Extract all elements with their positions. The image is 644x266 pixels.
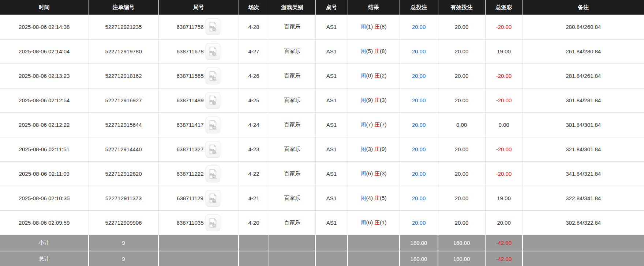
- cell-time: 2025-08-06 02:14:38: [0, 15, 89, 39]
- subtotal-empty-result: [348, 235, 400, 251]
- result-player-points: (9): [366, 97, 373, 103]
- cell-valid-bet: 20.00: [438, 15, 485, 39]
- result-player-label: 闲: [361, 146, 366, 152]
- cell-time: 2025-08-06 02:14:04: [0, 39, 89, 64]
- cell-time: 2025-08-06 02:13:23: [0, 64, 89, 88]
- result-banker-label: 庄: [374, 72, 380, 79]
- cell-order-no: 522712915644: [89, 113, 158, 137]
- video-replay-button[interactable]: [206, 166, 220, 182]
- cell-remark: 280.84/260.84: [523, 15, 644, 39]
- cell-result: 闲(7) 庄(7): [348, 113, 400, 137]
- cell-total-bet: 20.00: [400, 88, 438, 113]
- cell-order-no: 522712919780: [89, 39, 158, 64]
- cell-round-no: 638711489: [158, 88, 239, 113]
- cell-remark: 301.84/281.84: [523, 88, 644, 113]
- header-session: 场次: [239, 0, 269, 15]
- cell-session: 4-22: [239, 162, 269, 186]
- table-row: 2025-08-06 02:12:54 522712916927 6387114…: [0, 88, 644, 113]
- video-replay-button[interactable]: [206, 43, 220, 60]
- total-empty-session: [239, 251, 269, 266]
- table-row: 2025-08-06 02:14:38 522712921235 6387117…: [0, 15, 644, 39]
- result-banker-points: (7): [380, 121, 386, 128]
- total-bet-link[interactable]: 20.00: [412, 171, 426, 177]
- total-bet-link[interactable]: 20.00: [412, 48, 426, 54]
- cell-time: 2025-08-06 02:11:09: [0, 162, 89, 186]
- video-replay-button[interactable]: [206, 190, 220, 207]
- result-player-points: (3): [366, 146, 373, 152]
- table-row: 2025-08-06 02:14:04 522712919780 6387116…: [0, 39, 644, 64]
- cell-total-bet: 20.00: [400, 186, 438, 210]
- round-number: 638711756: [177, 24, 204, 30]
- subtotal-empty-round: [158, 235, 239, 251]
- video-file-icon: [209, 218, 217, 228]
- total-bet-link[interactable]: 20.00: [412, 73, 426, 79]
- cell-table-no: AS1: [315, 64, 348, 88]
- result-player-label: 闲: [361, 72, 366, 79]
- cell-order-no: 522712918162: [89, 64, 158, 88]
- total-label: 总计: [0, 251, 89, 266]
- cell-result: 闲(1) 庄(8): [348, 15, 400, 39]
- cell-order-no: 522712909906: [89, 210, 158, 235]
- cell-total-bet: 20.00: [400, 39, 438, 64]
- table-row: 2025-08-06 02:11:09 522712912820 6387112…: [0, 162, 644, 186]
- cell-time: 2025-08-06 02:12:54: [0, 88, 89, 113]
- cell-total-bet: 20.00: [400, 15, 438, 39]
- total-empty-table: [315, 251, 348, 266]
- subtotal-label: 小计: [0, 235, 89, 251]
- video-file-icon: [209, 22, 217, 32]
- cell-remark: 321.84/301.84: [523, 137, 644, 162]
- round-number: 638711489: [177, 97, 204, 103]
- subtotal-empty-game: [269, 235, 315, 251]
- result-banker-points: (3): [380, 97, 386, 103]
- result-player-label: 闲: [361, 219, 366, 225]
- result-banker-points: (2): [380, 72, 386, 79]
- total-bet-link[interactable]: 20.00: [412, 97, 426, 103]
- cell-game-type: 百家乐: [269, 210, 315, 235]
- header-result: 结果: [348, 0, 400, 15]
- cell-order-no: 522712916927: [89, 88, 158, 113]
- total-empty-game: [269, 251, 315, 266]
- cell-round-no: 638711035: [158, 210, 239, 235]
- round-number: 638711417: [177, 122, 204, 128]
- cell-remark: 322.84/341.84: [523, 186, 644, 210]
- total-bet-link[interactable]: 20.00: [412, 220, 426, 226]
- result-banker-label: 庄: [374, 48, 380, 54]
- total-total-payout: -42.00: [485, 251, 523, 266]
- cell-valid-bet: 20.00: [438, 162, 485, 186]
- video-replay-button[interactable]: [206, 214, 220, 231]
- header-time: 时间: [0, 0, 89, 15]
- result-player-points: (0): [366, 72, 373, 79]
- subtotal-empty-table: [315, 235, 348, 251]
- total-bet-link[interactable]: 20.00: [412, 122, 426, 128]
- cell-round-no: 638711129: [158, 186, 239, 210]
- cell-table-no: AS1: [315, 15, 348, 39]
- cell-total-payout: -20.00: [485, 88, 523, 113]
- result-banker-label: 庄: [374, 146, 380, 152]
- total-bet-link[interactable]: 20.00: [412, 195, 426, 201]
- table-row: 2025-08-06 02:10:35 522712911373 6387111…: [0, 186, 644, 210]
- result-banker-points: (8): [380, 48, 386, 54]
- cell-table-no: AS1: [315, 162, 348, 186]
- cell-remark: 341.84/321.84: [523, 162, 644, 186]
- cell-valid-bet: 20.00: [438, 186, 485, 210]
- video-file-icon: [209, 169, 217, 179]
- video-replay-button[interactable]: [206, 92, 220, 109]
- cell-session: 4-23: [239, 137, 269, 162]
- video-replay-button[interactable]: [206, 117, 220, 133]
- video-replay-button[interactable]: [206, 18, 220, 35]
- video-file-icon: [209, 95, 217, 106]
- video-replay-button[interactable]: [206, 141, 220, 158]
- cell-round-no: 638711756: [158, 15, 239, 39]
- video-file-icon: [209, 46, 217, 57]
- cell-order-no: 522712912820: [89, 162, 158, 186]
- cell-valid-bet: 0.00: [438, 113, 485, 137]
- video-file-icon: [209, 120, 217, 130]
- round-number: 638711327: [177, 146, 204, 152]
- result-banker-points: (3): [380, 170, 386, 176]
- cell-table-no: AS1: [315, 113, 348, 137]
- total-bet-link[interactable]: 20.00: [412, 146, 426, 152]
- table-row: 2025-08-06 02:09:59 522712909906 6387110…: [0, 210, 644, 235]
- total-bet-link[interactable]: 20.00: [412, 24, 426, 30]
- result-banker-label: 庄: [374, 97, 380, 103]
- video-replay-button[interactable]: [206, 68, 220, 84]
